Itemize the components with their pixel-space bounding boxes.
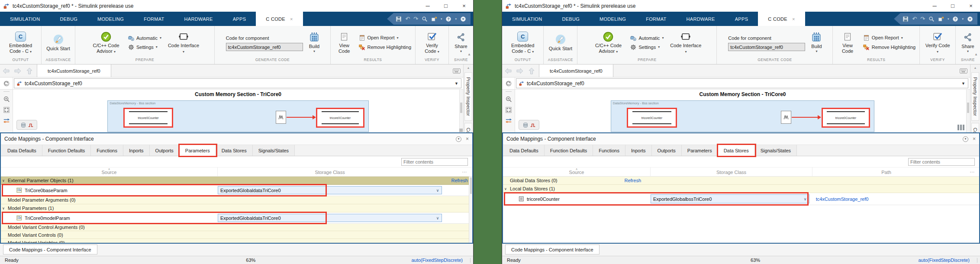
group-row[interactable]: ∨Model Parameters (1) xyxy=(1,204,472,212)
forward-icon[interactable] xyxy=(12,64,23,77)
tab-signals-states[interactable]: Signals/States xyxy=(253,145,295,156)
tab-debug[interactable]: DEBUG xyxy=(552,12,590,26)
save-icon[interactable] xyxy=(396,16,402,22)
model-canvas[interactable]: Custom Memory Section - TriCore0 DataSto… xyxy=(13,90,463,132)
undo-icon[interactable]: ↶ xyxy=(912,16,917,22)
maximize-button[interactable]: □ xyxy=(944,0,962,12)
tab-data-stores[interactable]: Data Stores xyxy=(216,145,253,156)
dropdown-icon[interactable]: ▾ xyxy=(962,17,964,21)
help-icon[interactable] xyxy=(952,16,958,22)
minimize-button[interactable]: ─ xyxy=(925,0,944,12)
compare-arrows-icon[interactable] xyxy=(505,117,512,124)
automatic-button[interactable]: Automatic▾ xyxy=(630,35,664,41)
remove-highlighting-button[interactable]: Remove Highlighting xyxy=(359,44,412,51)
code-interface-button[interactable]: Code Interface ▾ xyxy=(667,30,705,55)
component-input[interactable] xyxy=(728,43,805,51)
tab-signals-states[interactable]: Signals/States xyxy=(755,145,797,156)
restore-view-icon[interactable] xyxy=(938,16,944,22)
help-icon[interactable] xyxy=(445,16,451,22)
restore-view-icon[interactable] xyxy=(431,16,437,22)
tab-format[interactable]: FORMAT xyxy=(636,12,676,26)
model-tab[interactable]: tc4xCustomStorage_ref0 xyxy=(37,64,111,77)
close-tab-icon[interactable]: × xyxy=(792,16,795,22)
group-row[interactable]: Model Parameter Arguments (0) xyxy=(1,196,472,204)
filter-contents-input[interactable] xyxy=(908,158,975,166)
model-tab[interactable]: tc4xCustomStorage_ref0 xyxy=(539,64,613,77)
settings-button[interactable]: Settings▾ xyxy=(128,44,161,50)
dropdown-icon[interactable]: ▾ xyxy=(441,17,442,21)
signal-block[interactable] xyxy=(781,111,791,124)
storage-class-select[interactable]: ExportedGlobaldataTriCore0∨ xyxy=(218,186,442,194)
verify-code-button[interactable]: Verify Code ▾ xyxy=(922,30,953,55)
refresh-link[interactable]: Refresh xyxy=(625,178,642,183)
automatic-button[interactable]: Automatic▾ xyxy=(128,35,161,41)
collapse-icon[interactable]: ▲ xyxy=(467,66,470,69)
data-store-block-left[interactable]: tricore0Counter xyxy=(123,108,173,128)
quick-start-button[interactable]: Quick Start xyxy=(547,33,574,52)
collapse-row-icon[interactable]: ∨ xyxy=(2,206,5,210)
breadcrumb[interactable]: tc4xCustomStorage_ref0 ▼ xyxy=(516,78,968,88)
build-button[interactable]: Build▾ xyxy=(307,31,322,54)
settings-button[interactable]: Settings▾ xyxy=(630,44,664,50)
share-button[interactable]: Share▾ xyxy=(452,31,469,54)
data-store-block-left[interactable]: tricore0Counter xyxy=(627,108,677,128)
tab-property-inspector[interactable]: Property Inspector xyxy=(464,72,472,121)
close-panel-icon[interactable]: × xyxy=(466,136,469,142)
embedded-code-button[interactable]: CEmbedded Code - C ▾ xyxy=(504,30,541,55)
tab-function-defaults[interactable]: Function Defaults xyxy=(42,145,91,156)
maximize-button[interactable]: □ xyxy=(437,0,455,12)
canvas-scrollbar[interactable] xyxy=(459,90,463,132)
sort-icon[interactable]: ∧ xyxy=(575,167,577,171)
search-icon[interactable] xyxy=(422,16,428,22)
search-icon[interactable] xyxy=(928,16,935,22)
collapse-row-icon[interactable]: ∨ xyxy=(2,179,5,183)
canvas-scrollbar[interactable] xyxy=(966,90,970,132)
data-store-block-right[interactable]: tricore0Counter xyxy=(316,108,364,128)
tab-data-defaults[interactable]: Data Defaults xyxy=(504,145,545,156)
tab-property-inspector[interactable]: Property Inspector xyxy=(971,72,979,121)
path-link[interactable]: tc4xCustomStorage_ref0 xyxy=(816,196,869,202)
fit-to-view-icon[interactable] xyxy=(505,106,512,113)
group-row[interactable]: Model Variant Control Arguments (0) xyxy=(1,224,472,231)
forward-icon[interactable] xyxy=(514,64,525,77)
tab-modeling[interactable]: MODELING xyxy=(87,12,134,26)
solver-link[interactable]: auto(FixedStepDiscrete) xyxy=(411,258,463,263)
zoom-icon[interactable] xyxy=(505,96,512,103)
save-icon[interactable] xyxy=(903,16,909,22)
circle-arrow-icon[interactable] xyxy=(506,80,512,87)
minimize-panel-icon[interactable]: ▾ xyxy=(456,136,461,142)
solver-link[interactable]: auto(FixedStepDiscrete) xyxy=(918,258,970,263)
minimize-panel-icon[interactable]: ▾ xyxy=(963,136,968,142)
signal-block[interactable] xyxy=(276,111,286,124)
tab-inports[interactable]: Inports xyxy=(123,145,150,156)
collapse-icon[interactable]: ▲ xyxy=(974,66,977,69)
component-input[interactable] xyxy=(226,43,303,51)
tab-debug[interactable]: DEBUG xyxy=(50,12,87,26)
storage-class-select[interactable]: ExportedGlobalbssTriCore0∨ xyxy=(651,194,809,203)
keyboard-icon[interactable] xyxy=(960,68,967,74)
group-row[interactable]: Model Variant Variables (0) xyxy=(1,239,472,243)
model-canvas[interactable]: Custom Memory Section - TriCore0 DataSto… xyxy=(515,90,970,132)
refresh-link[interactable]: Refresh xyxy=(451,178,468,183)
open-report-button[interactable]: Open Report▾ xyxy=(863,35,916,41)
open-report-button[interactable]: Open Report▾ xyxy=(359,35,412,41)
column-path[interactable]: Path xyxy=(881,170,891,175)
tab-functions[interactable]: Functions xyxy=(91,145,123,156)
parameter-row[interactable]: TriCore0modelParam ExportedGlobaldataTri… xyxy=(1,212,472,224)
tab-functions[interactable]: Functions xyxy=(593,145,625,156)
group-row[interactable]: Global Data Stores (0) Refresh xyxy=(503,177,979,185)
verify-code-button[interactable]: Verify Code ▾ xyxy=(418,30,446,55)
column-storage-class[interactable]: Storage Class xyxy=(716,170,746,175)
tab-simulation[interactable]: SIMULATION xyxy=(502,12,552,26)
view-code-button[interactable]: View Code xyxy=(835,30,860,55)
embedded-code-button[interactable]: CEmbedded Code - C ▾ xyxy=(2,30,39,55)
redo-icon[interactable]: ↷ xyxy=(920,16,925,22)
minimize-button[interactable]: ─ xyxy=(419,0,437,12)
parameter-row[interactable]: TriCore0baseParam ExportedGlobaldataTriC… xyxy=(1,185,472,196)
tab-inports[interactable]: Inports xyxy=(625,145,652,156)
dropdown-icon[interactable]: ▾ xyxy=(948,17,949,21)
fit-to-view-icon[interactable] xyxy=(3,106,10,113)
share-button[interactable]: Share▾ xyxy=(959,31,976,54)
circle-arrow-icon[interactable] xyxy=(3,80,10,87)
keyboard-icon[interactable] xyxy=(453,68,461,74)
